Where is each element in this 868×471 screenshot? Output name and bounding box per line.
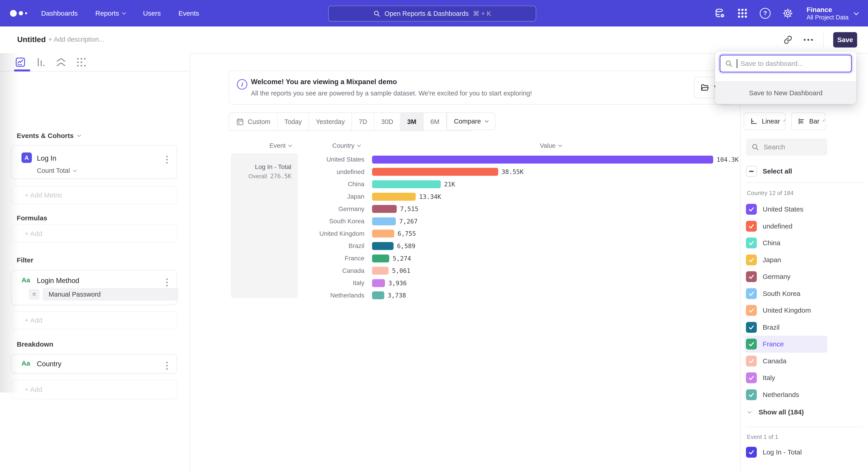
- filter-options-icon[interactable]: [165, 277, 169, 288]
- bar[interactable]: [372, 217, 396, 225]
- country-filter-row[interactable]: United Kingdom: [745, 302, 827, 319]
- bar[interactable]: [372, 156, 713, 164]
- bar[interactable]: [372, 193, 416, 201]
- tab-insights[interactable]: [14, 56, 26, 68]
- country-filter-row[interactable]: Netherlands: [745, 386, 827, 403]
- country-checkbox[interactable]: [746, 372, 757, 383]
- country-checkbox[interactable]: [746, 255, 757, 265]
- tab-retention[interactable]: [75, 56, 87, 68]
- country-filter-row[interactable]: Brazil: [745, 319, 827, 336]
- filter-value[interactable]: Manual Password: [43, 288, 178, 301]
- metric-options-icon[interactable]: [165, 154, 169, 165]
- metric-card[interactable]: A Log In Count Total: [11, 145, 177, 179]
- bar[interactable]: [372, 279, 385, 287]
- add-formula-button[interactable]: + Add: [11, 225, 177, 243]
- global-search-placeholder: Open Reports & Dashboards: [384, 10, 469, 18]
- add-breakdown-button[interactable]: + Add: [11, 380, 177, 399]
- breakdown-options-icon[interactable]: [165, 360, 169, 371]
- event-filter-row[interactable]: Log In - Total: [745, 444, 827, 461]
- country-filter-row[interactable]: Germany: [745, 268, 827, 285]
- country-checkbox[interactable]: [746, 238, 757, 248]
- metric-aggregation[interactable]: Count Total: [37, 167, 76, 174]
- range-yesterday[interactable]: Yesterday: [309, 113, 351, 130]
- share-link-icon[interactable]: [782, 34, 794, 45]
- metric-event-name[interactable]: Log In: [37, 154, 56, 163]
- country-checkbox[interactable]: [746, 271, 757, 282]
- country-checkbox[interactable]: [746, 204, 757, 215]
- report-title[interactable]: Untitled: [17, 35, 46, 44]
- show-all-button[interactable]: Show all (184): [748, 404, 804, 420]
- data-management-icon[interactable]: [714, 8, 725, 19]
- country-filter-row[interactable]: Japan: [745, 252, 827, 268]
- settings-gear-icon[interactable]: [782, 8, 794, 19]
- bar[interactable]: [372, 255, 389, 262]
- segments-search-input[interactable]: Search: [746, 139, 827, 156]
- country-checkbox[interactable]: [746, 221, 757, 232]
- select-all-checkbox[interactable]: [746, 166, 757, 177]
- bar[interactable]: [372, 180, 441, 188]
- nav-reports[interactable]: Reports: [95, 9, 125, 17]
- filter-operator[interactable]: =: [29, 289, 39, 300]
- nav-dashboards[interactable]: Dashboards: [41, 9, 78, 17]
- country-checkbox[interactable]: [746, 305, 757, 316]
- bar[interactable]: [372, 242, 394, 250]
- nav-events[interactable]: Events: [178, 9, 199, 17]
- add-filter-button[interactable]: + Add: [11, 311, 177, 329]
- country-filter-row[interactable]: China: [745, 235, 827, 252]
- bar[interactable]: [372, 230, 394, 238]
- section-events-cohorts[interactable]: Events & Cohorts: [17, 132, 81, 140]
- country-checkbox[interactable]: [746, 338, 757, 350]
- save-dashboard-search-input[interactable]: Save to dashboard...: [720, 55, 852, 72]
- global-search-input[interactable]: Open Reports & Dashboards ⌘ + K: [328, 6, 536, 22]
- save-to-new-dashboard-button[interactable]: Save to New Dashboard: [715, 82, 856, 104]
- range-7d[interactable]: 7D: [351, 113, 374, 130]
- chart-type-selector[interactable]: Bar: [791, 112, 826, 130]
- breakdown-card[interactable]: Aa Country: [11, 354, 177, 374]
- filter-card[interactable]: Aa Login Method = Manual Password: [11, 270, 177, 305]
- tab-flows[interactable]: [55, 56, 67, 68]
- bar-value-label: 5,274: [393, 255, 411, 262]
- add-metric-button[interactable]: + Add Metric: [11, 186, 177, 204]
- select-all-label: Select all: [763, 168, 792, 175]
- country-filter-row[interactable]: Canada: [745, 353, 827, 370]
- country-checkbox[interactable]: [746, 447, 757, 458]
- filter-property-name[interactable]: Login Method: [37, 277, 79, 285]
- apps-grid-icon[interactable]: [737, 8, 748, 19]
- event-series-cell[interactable]: Log In - Total Overall 276.5K: [231, 153, 298, 298]
- report-description-placeholder[interactable]: + Add description...: [49, 36, 104, 43]
- tab-funnels[interactable]: [35, 56, 46, 68]
- range-3m[interactable]: 3M: [400, 113, 423, 130]
- country-checkbox[interactable]: [746, 288, 757, 299]
- chevron-down-icon: [357, 143, 361, 147]
- country-filter-row[interactable]: United States: [745, 201, 827, 218]
- country-filter-row[interactable]: France: [745, 336, 827, 353]
- country-checkbox[interactable]: [746, 356, 757, 366]
- column-header-country[interactable]: Country: [332, 142, 360, 149]
- save-button[interactable]: Save: [833, 32, 857, 48]
- bar[interactable]: [372, 291, 384, 299]
- help-icon[interactable]: ?: [760, 8, 771, 19]
- nav-users[interactable]: Users: [143, 9, 161, 17]
- country-checkbox[interactable]: [746, 322, 757, 333]
- project-switcher[interactable]: Finance All Project Data: [807, 5, 858, 21]
- range-today[interactable]: Today: [277, 113, 309, 130]
- more-options-icon[interactable]: [803, 34, 814, 45]
- column-header-value[interactable]: Value: [540, 142, 561, 149]
- breakdown-property-name[interactable]: Country: [37, 360, 61, 368]
- range-30d[interactable]: 30D: [374, 113, 400, 130]
- country-filter-row[interactable]: undefined: [745, 218, 827, 235]
- bar[interactable]: [372, 205, 397, 213]
- country-filter-row[interactable]: Italy: [745, 370, 827, 386]
- country-checkbox[interactable]: [746, 389, 757, 400]
- chart-row: Netherlands 3,738: [300, 289, 740, 302]
- column-header-event[interactable]: Event: [270, 142, 291, 149]
- select-all-row[interactable]: Select all: [746, 166, 792, 177]
- mixpanel-logo-icon[interactable]: [10, 10, 35, 17]
- range-custom[interactable]: Custom: [229, 113, 277, 130]
- bar[interactable]: [372, 168, 498, 176]
- compare-button[interactable]: Compare: [447, 112, 495, 130]
- range-6m[interactable]: 6M: [423, 113, 446, 130]
- chart-scale-selector[interactable]: Linear: [744, 112, 785, 130]
- country-filter-row[interactable]: South Korea: [745, 285, 827, 302]
- bar[interactable]: [372, 267, 389, 275]
